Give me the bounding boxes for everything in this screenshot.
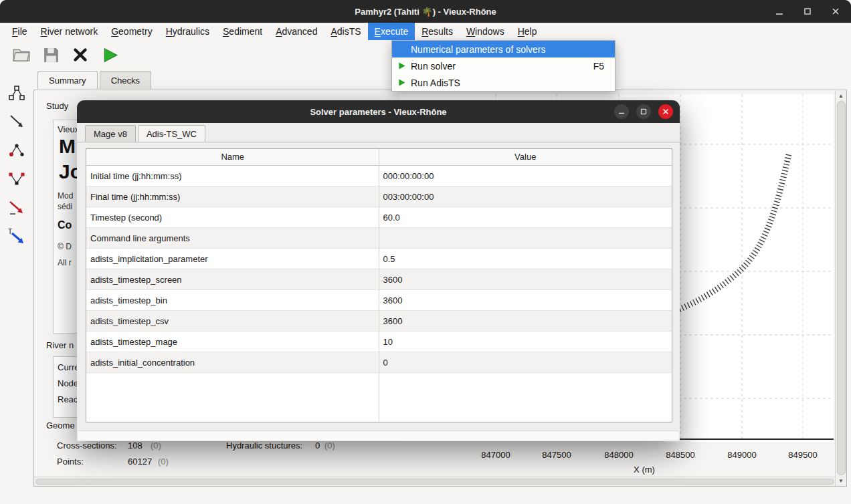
param-value-cell[interactable]: 0.5 <box>379 249 672 269</box>
vertical-scrollbar-thumb[interactable] <box>837 101 846 475</box>
open-folder-icon[interactable] <box>9 43 33 67</box>
dialog-tab-mage-v8[interactable]: Mage v8 <box>85 125 136 142</box>
structures-label: Hydraulic stuctures: <box>226 440 302 451</box>
tab-checks[interactable]: Checks <box>100 71 151 89</box>
dialog-minimize-icon[interactable] <box>614 104 629 119</box>
horizontal-scrollbar[interactable] <box>34 477 836 486</box>
param-value-cell[interactable]: 3600 <box>379 269 672 289</box>
structures-value: 0 <box>315 440 320 451</box>
study-heading-1: M <box>59 135 76 158</box>
x-tick-label: 847500 <box>542 450 571 460</box>
cross-sections-label: Cross-sections: <box>57 440 117 451</box>
param-value-cell[interactable]: 10 <box>379 332 672 352</box>
menubar-item-windows[interactable]: Windows <box>460 23 511 40</box>
river-network-icon[interactable] <box>7 83 27 103</box>
app-window: Pamhyr2 (Tahiti 🌴) - Vieux-Rhône FileRiv… <box>0 0 851 504</box>
river-network-row-3: Reac <box>58 394 78 404</box>
delete-icon[interactable] <box>68 43 92 67</box>
vertical-scrollbar[interactable]: ▲ ▼ <box>835 90 846 486</box>
param-value-cell[interactable]: 0 <box>379 352 672 372</box>
param-value-cell[interactable]: 000:00:00:00 <box>379 166 672 186</box>
play-icon <box>397 78 406 87</box>
x-tick-label: 848000 <box>604 450 633 460</box>
slope-icon[interactable] <box>7 198 27 218</box>
param-name-cell: adists_timestep_mage <box>86 332 379 352</box>
param-value-cell[interactable]: 3600 <box>379 311 672 331</box>
window-controls <box>773 0 842 23</box>
dialog-tab-adis-ts-wc[interactable]: Adis-TS_WC <box>138 125 205 142</box>
cross-sections-note: (0) <box>151 440 161 451</box>
study-panel-tab[interactable]: Vieux <box>58 124 79 134</box>
menubar-item-execute[interactable]: Execute <box>368 23 415 40</box>
execute-menu-item-run-solver[interactable]: Run solverF5 <box>392 57 615 74</box>
menubar-item-sediment[interactable]: Sediment <box>216 23 269 40</box>
param-name-cell: adists_implicitation_parameter <box>86 249 379 269</box>
study-text-3: © D <box>58 242 72 251</box>
maximize-icon[interactable] <box>801 5 814 17</box>
param-value-cell[interactable] <box>379 228 672 248</box>
menubar-item-adists[interactable]: AdisTS <box>324 23 367 40</box>
param-value-cell[interactable]: 003:00:00:00 <box>379 186 672 207</box>
dialog-tabs: Mage v8Adis-TS_WC <box>85 125 207 142</box>
dialog-bottom-strip <box>78 430 678 440</box>
scroll-down-icon[interactable]: ▼ <box>836 476 846 485</box>
menubar-item-help[interactable]: Help <box>511 23 544 40</box>
param-value-cell[interactable]: 3600 <box>379 290 672 310</box>
structures-note: (0) <box>324 440 335 451</box>
menubar-item-results[interactable]: Results <box>415 23 460 40</box>
run-solver-icon[interactable] <box>98 43 122 67</box>
horizontal-scrollbar-thumb[interactable] <box>35 479 834 485</box>
menubar-item-advanced[interactable]: Advanced <box>269 23 324 40</box>
add-reach-icon[interactable] <box>7 169 27 189</box>
menubar-item-file[interactable]: File <box>5 23 34 40</box>
menubar-item-hydraulics[interactable]: Hydraulics <box>159 23 216 40</box>
menubar-item-river-network[interactable]: River network <box>34 23 105 40</box>
points-note: (0) <box>158 457 169 467</box>
close-icon[interactable] <box>830 5 842 17</box>
river-network-row-1: Curre <box>58 362 80 372</box>
column-header-name: Name <box>86 149 379 165</box>
table-column-divider <box>379 149 379 422</box>
dialog-close-icon[interactable] <box>658 104 673 119</box>
x-tick-label: 849500 <box>788 450 817 460</box>
save-icon[interactable] <box>39 43 63 67</box>
study-text-2: sédi <box>58 202 72 211</box>
param-name-cell: Final time (jj:hh:mm:ss) <box>86 186 379 207</box>
study-text-4: All r <box>58 258 72 267</box>
main-tabs: SummaryChecks <box>37 71 153 89</box>
shortcut-label: F5 <box>593 61 609 72</box>
titlebar[interactable]: Pamhyr2 (Tahiti 🌴) - Vieux-Rhône <box>0 0 851 23</box>
dialog-tabline <box>77 142 680 142</box>
add-node-icon[interactable] <box>7 140 27 160</box>
menubar: FileRiver networkGeometryHydraulicsSedim… <box>0 23 851 40</box>
solver-parameters-dialog[interactable]: Solver parameters - Vieux-Rhône Mage v8A… <box>77 100 680 441</box>
execute-menu-item-numerical-parameters-of-solvers[interactable]: Numerical parameters of solvers <box>392 41 615 57</box>
menubar-item-geometry[interactable]: Geometry <box>104 23 159 40</box>
x-axis: 847000847500848000848500849000849500 <box>400 450 834 462</box>
dialog-titlebar[interactable]: Solver parameters - Vieux-Rhône <box>77 100 680 123</box>
param-name-cell: Command line arguments <box>86 228 379 248</box>
points-value: 60127 <box>128 457 152 467</box>
scroll-up-icon[interactable]: ▲ <box>836 91 846 100</box>
study-text-1: Mod <box>58 191 73 201</box>
column-header-value: Value <box>379 149 672 165</box>
translate-icon[interactable]: T <box>7 227 27 247</box>
side-toolbar: T <box>0 70 33 504</box>
x-tick-label: 849000 <box>727 450 756 460</box>
execute-menu-item-run-adists[interactable]: Run AdisTS <box>392 74 615 91</box>
dialog-title: Solver parameters - Vieux-Rhône <box>310 107 446 117</box>
param-name-cell: adists_timestep_csv <box>86 311 379 331</box>
dialog-maximize-icon[interactable] <box>636 104 651 119</box>
minimize-icon[interactable] <box>773 5 785 17</box>
x-axis-title: X (m) <box>428 465 851 475</box>
dialog-controls <box>614 104 673 119</box>
param-value-cell[interactable]: 60.0 <box>379 207 672 227</box>
param-name-cell: adists_timestep_bin <box>86 290 379 310</box>
tab-summary[interactable]: Summary <box>37 71 98 89</box>
points-label: Points: <box>57 457 84 467</box>
param-name-cell: Initial time (jj:hh:mm:ss) <box>86 166 379 186</box>
execute-dropdown: Numerical parameters of solversRun solve… <box>391 40 616 92</box>
geometry-group-label: Geome <box>46 420 75 430</box>
longitudinal-profile-icon[interactable] <box>7 112 27 132</box>
window-title: Pamhyr2 (Tahiti 🌴) - Vieux-Rhône <box>355 7 496 17</box>
